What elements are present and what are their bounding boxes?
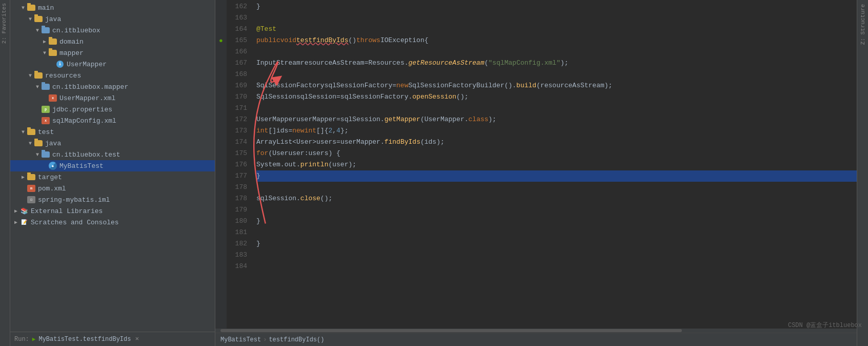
tree-label-ExternalLibraries: External Libraries	[31, 207, 103, 215]
code-line-8: SqlSession sqlSession = sqlSessionFactor…	[256, 91, 857, 103]
code-line-17: sqlSession.close();	[256, 193, 857, 204]
line-number-8: 170	[229, 91, 247, 103]
breadcrumb-class: MyBatisTest	[220, 336, 261, 343]
file-icon-test	[27, 128, 36, 136]
tree-arrow-cn.itbluebox.mapper[interactable]: ▼	[34, 84, 41, 90]
file-icon-cn.itbluebox	[41, 27, 50, 34]
line-number-10: 172	[229, 114, 247, 125]
code-line-10: UserMapper userMapper = sqlSession.getMa…	[256, 114, 857, 125]
code-scroll-area[interactable]: ● 16216316416516616716816917017117217317…	[215, 0, 857, 329]
file-icon-ScratchesConsoles: 📝	[19, 219, 29, 226]
tree-arrow-test[interactable]: ▼	[19, 129, 27, 135]
line-number-1: 163	[229, 12, 247, 24]
tree-item-domain[interactable]: ▶domain	[10, 36, 215, 47]
code-content[interactable]: } @Test public void testfindByIds() thro…	[251, 0, 857, 329]
tree-arrow-java[interactable]: ▼	[27, 16, 34, 22]
tree-item-java2[interactable]: ▼java	[10, 138, 215, 149]
code-line-13: for (User user : users) {	[256, 148, 857, 159]
tree-label-resources: resources	[45, 72, 81, 80]
file-icon-cn.itbluebox.test	[41, 151, 50, 158]
run-close-button[interactable]: ×	[135, 335, 139, 343]
code-line-11: int[] ids = new int[]{2,4};	[256, 125, 857, 137]
gutter-item-13	[215, 148, 227, 159]
tree-arrow-java2[interactable]: ▼	[27, 141, 34, 146]
line-number-15: 177	[229, 170, 247, 182]
tree-item-resources[interactable]: ▼resources	[10, 70, 215, 81]
tree-arrow-mapper[interactable]: ▼	[41, 50, 48, 56]
file-icon-cn.itbluebox.mapper	[41, 83, 50, 90]
structure-tab[interactable]: Z: Structure	[858, 0, 867, 49]
breadcrumb-bar: MyBatisTest › testfindByIds()	[215, 333, 857, 346]
gutter-item-2	[215, 24, 227, 35]
tree-label-main: main	[38, 4, 54, 12]
run-bar: Run: ▶ MyBatisTest.testfindByIds ×	[10, 332, 215, 346]
tree-item-MyBatisTest[interactable]: ●MyBatisTest	[10, 160, 215, 171]
run-test-name[interactable]: MyBatisTest.testfindByIds	[38, 336, 131, 343]
tree-label-mapper: mapper	[59, 49, 84, 57]
tree-arrow-cn.itbluebox.test[interactable]: ▼	[34, 152, 41, 158]
tree-item-pom.xml[interactable]: mpom.xml	[10, 183, 215, 194]
gutter-item-19	[215, 216, 227, 227]
tree-item-cn.itbluebox.mapper[interactable]: ▼cn.itbluebox.mapper	[10, 81, 215, 92]
tree-item-UserMapper[interactable]: iUserMapper	[10, 59, 215, 70]
tree-item-main[interactable]: ▼main	[10, 2, 215, 13]
gutter-item-5	[215, 57, 227, 69]
line-number-7: 169	[229, 80, 247, 91]
tree-arrow-main[interactable]: ▼	[19, 5, 27, 11]
tree-label-UserMapper.xml: UserMapper.xml	[59, 94, 115, 102]
tree-label-cn.itbluebox.mapper: cn.itbluebox.mapper	[52, 83, 128, 91]
code-line-0: }	[256, 1, 857, 12]
line-number-5: 167	[229, 57, 247, 69]
tree-item-test[interactable]: ▼test	[10, 126, 215, 138]
code-line-22	[256, 249, 857, 261]
gutter-item-18	[215, 204, 227, 216]
code-line-21: }	[256, 238, 857, 249]
tree-arrow-resources[interactable]: ▼	[27, 73, 34, 79]
code-line-5: InputStream resourceAsStream = Resources…	[256, 57, 857, 69]
project-sidebar: ▼main▼java▼cn.itbluebox▶domain▼mapperiUs…	[10, 0, 215, 346]
line-number-0: 162	[229, 1, 247, 12]
code-line-23	[256, 261, 857, 272]
horizontal-scrollbar[interactable]	[215, 329, 857, 333]
gutter-item-3: ●	[215, 35, 227, 46]
tree-arrow-ExternalLibraries[interactable]: ▶	[12, 208, 19, 214]
file-icon-pom.xml: m	[27, 185, 36, 192]
tree-label-cn.itbluebox: cn.itbluebox	[52, 27, 100, 34]
tree-label-java2: java	[45, 140, 61, 147]
line-number-19: 180	[229, 216, 247, 227]
line-number-13: 175	[229, 148, 247, 159]
gutter-item-0	[215, 1, 227, 12]
code-line-2: @Test	[256, 24, 857, 35]
code-editor: ● 16216316416516616716816917017117217317…	[215, 0, 857, 346]
tree-item-UserMapper.xml[interactable]: xUserMapper.xml	[10, 92, 215, 104]
tree-label-MyBatisTest: MyBatisTest	[59, 162, 104, 170]
tree-item-cn.itbluebox[interactable]: ▼cn.itbluebox	[10, 25, 215, 36]
file-icon-jdbc.properties: p	[41, 106, 50, 113]
tree-item-target[interactable]: ▶target	[10, 171, 215, 183]
file-icon-java2	[34, 140, 43, 147]
tree-label-pom.xml: pom.xml	[38, 185, 66, 193]
scrollbar-thumb[interactable]	[220, 329, 682, 332]
tree-item-java[interactable]: ▼java	[10, 13, 215, 25]
tree-item-cn.itbluebox.test[interactable]: ▼cn.itbluebox.test	[10, 149, 215, 160]
tree-item-ExternalLibraries[interactable]: ▶📚External Libraries	[10, 205, 215, 217]
code-line-1	[256, 12, 857, 24]
favorites-tab[interactable]: 2: Favorites	[0, 0, 10, 47]
breadcrumb-separator: ›	[263, 336, 267, 343]
tree-arrow-ScratchesConsoles[interactable]: ▶	[12, 219, 19, 225]
line-numbers: 1621631641651661671681691701711721731741…	[227, 0, 251, 329]
line-number-9: 171	[229, 103, 247, 114]
tree-item-ScratchesConsoles[interactable]: ▶📝Scratches and Consoles	[10, 217, 215, 228]
tree-arrow-domain[interactable]: ▶	[41, 39, 48, 45]
tree-item-jdbc.properties[interactable]: pjdbc.properties	[10, 104, 215, 115]
tree-item-sqlMapConfig.xml[interactable]: xsqlMapConfig.xml	[10, 115, 215, 126]
file-icon-domain	[48, 38, 57, 45]
code-line-14: System.out.println(user);	[256, 159, 857, 170]
tree-arrow-cn.itbluebox[interactable]: ▼	[34, 28, 41, 33]
line-number-20: 181	[229, 227, 247, 238]
line-number-17: 178	[229, 193, 247, 204]
tree-item-mapper[interactable]: ▼mapper	[10, 47, 215, 59]
tree-arrow-target[interactable]: ▶	[19, 174, 27, 180]
tree-item-spring-mybatis.iml[interactable]: ◻spring-mybatis.iml	[10, 194, 215, 205]
line-number-2: 164	[229, 24, 247, 35]
